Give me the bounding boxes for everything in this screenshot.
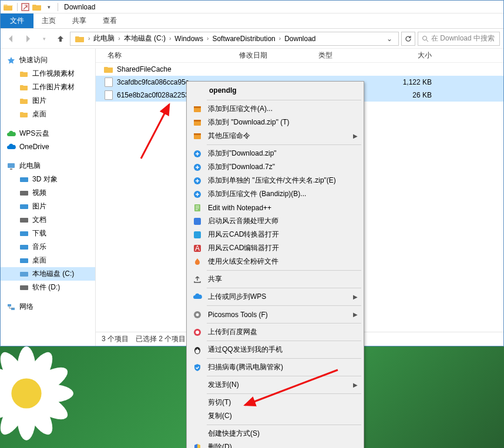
breadcrumb[interactable]: › 此电脑 › 本地磁盘 (C:) › Windows › SoftwareDi… [70, 32, 399, 46]
tab-view[interactable]: 查看 [95, 14, 125, 28]
chevron-right-icon[interactable]: › [278, 35, 282, 42]
chevron-right-icon[interactable]: › [117, 35, 121, 42]
blue-circle-icon [190, 161, 204, 173]
context-menu-item[interactable]: 上传到百度网盘 [188, 325, 362, 339]
search-placeholder: 在 Download 中搜索 [431, 33, 495, 43]
svg-point-50 [198, 349, 199, 350]
context-menu-item-label: 启动风云音频处理大师 [208, 216, 278, 226]
sidebar-item-label: 音乐 [32, 242, 46, 252]
crumb-download[interactable]: Download [282, 35, 318, 43]
context-menu-item[interactable]: A用风云CAD编辑器打开 [188, 241, 362, 255]
file-row[interactable]: SharedFileCache [96, 63, 503, 76]
network[interactable]: 网络 [1, 300, 95, 314]
crumb-sd[interactable]: SoftwareDistribution [210, 35, 277, 43]
col-date[interactable]: 修改日期 [236, 50, 315, 60]
app-red-icon: A [190, 242, 204, 254]
context-menu-item[interactable]: 剪切(T) [188, 396, 362, 409]
sidebar-item[interactable]: 工作图片素材 [1, 80, 95, 94]
file-icon [104, 78, 113, 87]
context-menu-item[interactable]: 添加到单独的 "压缩文件/文件夹名.zip"(E) [188, 174, 362, 187]
qat-dropdown-icon[interactable]: ▾ [43, 2, 54, 12]
menu-separator [207, 425, 361, 425]
crumb-pc[interactable]: 此电脑 [91, 33, 117, 43]
sidebar-item-label: OneDrive [19, 143, 49, 151]
file-tab[interactable]: 文件 [1, 14, 33, 28]
chevron-right-icon[interactable]: › [206, 35, 210, 42]
context-menu-item[interactable]: 使用火绒安全粉碎文件 [188, 255, 362, 268]
context-menu: opendlg 添加到压缩文件(A)...添加到 "Download.zip" … [186, 81, 364, 448]
sidebar-item[interactable]: 文档 [1, 213, 95, 227]
context-menu-item[interactable]: 扫描病毒(腾讯电脑管家) [188, 361, 362, 374]
blue-circle-icon [190, 175, 204, 187]
search-input[interactable]: 在 Download 中搜索 [418, 32, 500, 46]
context-menu-item-label: 复制(C) [208, 411, 232, 421]
context-menu-item-label: 发送到(N) [208, 380, 239, 390]
svg-rect-22 [20, 245, 28, 250]
crumb-c[interactable]: 本地磁盘 (C:) [122, 33, 168, 43]
refresh-button[interactable] [401, 32, 415, 46]
context-menu-item-label: 上传或同步到WPS [208, 292, 266, 302]
sidebar-cloud[interactable]: WPS云盘 [1, 127, 95, 140]
sidebar-item[interactable]: 桌面 [1, 107, 95, 121]
sidebar-item[interactable]: 下载 [1, 227, 95, 240]
sidebar-item[interactable]: 音乐 [1, 240, 95, 254]
blank-icon [190, 397, 204, 409]
context-menu-item[interactable]: 添加到 "Download.zip" (T) [188, 116, 362, 129]
tab-share[interactable]: 共享 [64, 14, 95, 28]
context-menu-item[interactable]: 添加到"Download.zip" [188, 147, 362, 160]
sidebar-item[interactable]: 视频 [1, 186, 95, 200]
crumb-windows[interactable]: Windows [172, 35, 206, 43]
sidebar-item[interactable]: 图片 [1, 94, 95, 107]
network-icon [6, 302, 16, 312]
chevron-right-icon[interactable]: › [168, 35, 172, 42]
context-menu-item[interactable]: 发送到(N)▶ [188, 378, 362, 392]
up-button[interactable] [53, 32, 68, 46]
file-name: SharedFileCache [117, 65, 236, 73]
drive-icon [19, 229, 29, 238]
forward-button[interactable] [21, 32, 35, 46]
menu-separator [207, 288, 361, 288]
this-pc[interactable]: 此电脑 [1, 159, 95, 173]
sidebar-item-label: WPS云盘 [19, 129, 49, 139]
context-menu-item[interactable]: 通过QQ发送到我的手机 [188, 343, 362, 356]
context-menu-item[interactable]: 上传或同步到WPS▶ [188, 290, 362, 304]
archive-orange-icon [190, 117, 204, 129]
quick-access[interactable]: 快速访问 [1, 53, 95, 67]
drive-icon [19, 188, 29, 198]
context-menu-item[interactable]: 添加到"Download.7z" [188, 160, 362, 174]
sidebar-item[interactable]: 本地磁盘 (C:) [1, 267, 95, 281]
recent-dropdown[interactable]: ▾ [37, 32, 51, 46]
folder-small-icon[interactable] [32, 2, 42, 12]
chevron-right-icon[interactable]: › [87, 35, 91, 42]
svg-rect-24 [20, 272, 28, 277]
sidebar-item[interactable]: 3D 对象 [1, 173, 95, 186]
context-menu-item[interactable]: 创建快捷方式(S) [188, 427, 362, 440]
back-button[interactable] [4, 32, 18, 46]
sidebar-cloud[interactable]: OneDrive [1, 140, 95, 153]
context-menu-item[interactable]: 复制(C) [188, 409, 362, 423]
sidebar-item[interactable]: 图片 [1, 200, 95, 213]
qat-properties-icon[interactable] [20, 2, 31, 12]
context-menu-item[interactable]: Edit with Notepad++ [188, 201, 362, 214]
breadcrumb-dropdown[interactable]: ⌄ [383, 35, 396, 43]
context-menu-item[interactable]: 删除(D) [188, 440, 362, 448]
context-menu-item[interactable]: 添加到压缩文件 (Bandizip)(B)... [188, 187, 362, 201]
tab-home[interactable]: 主页 [33, 14, 64, 28]
col-size[interactable]: 大小 [377, 50, 435, 60]
context-menu-item[interactable]: 其他压缩命令▶ [188, 129, 362, 143]
context-menu-item[interactable]: 共享 [188, 272, 362, 286]
context-menu-item-label: 上传到百度网盘 [208, 327, 257, 337]
folder-icon [19, 69, 29, 79]
sidebar-item[interactable]: 工作视频素材 [1, 67, 95, 80]
sidebar-item[interactable]: 软件 (D:) [1, 281, 95, 294]
context-menu-item-label: 添加到"Download.7z" [208, 162, 275, 172]
context-menu-item-label: 添加到"Download.zip" [208, 149, 277, 159]
context-menu-item[interactable]: 启动风云音频处理大师 [188, 214, 362, 228]
context-menu-item[interactable]: 添加到压缩文件(A)... [188, 102, 362, 116]
file-size: 26 KB [377, 91, 435, 99]
col-name[interactable]: 名称 [104, 50, 236, 60]
col-type[interactable]: 类型 [315, 50, 377, 60]
context-menu-item[interactable]: Picosmos Tools (F)▶ [188, 308, 362, 321]
context-menu-item[interactable]: 用风云CAD转换器打开 [188, 228, 362, 241]
sidebar-item[interactable]: 桌面 [1, 254, 95, 267]
